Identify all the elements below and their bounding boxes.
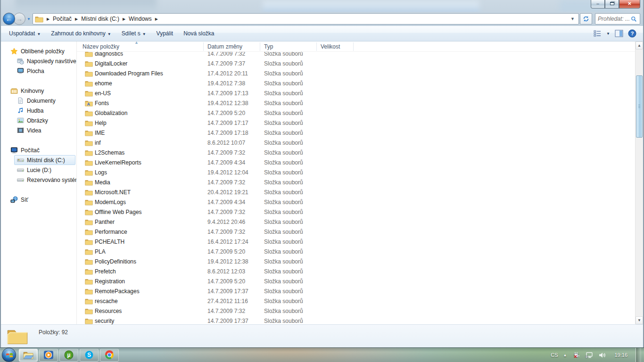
- table-row[interactable]: Globalization14.7.2009 5:20Složka soubor…: [77, 108, 635, 118]
- table-row[interactable]: ModemLogs14.7.2009 4:34Složka souborů: [77, 197, 635, 207]
- search-box[interactable]: [595, 13, 640, 25]
- column-header-1[interactable]: Datum změny: [204, 41, 260, 52]
- table-row[interactable]: PolicyDefinitions19.4.2012 12:38Složka s…: [77, 256, 635, 266]
- folder-icon: [85, 179, 93, 186]
- column-header-2[interactable]: Typ: [260, 41, 317, 52]
- table-row[interactable]: L2Schemas14.7.2009 7:32Složka souborů: [77, 148, 635, 157]
- show-hidden-icons-button[interactable]: ▲: [563, 353, 567, 357]
- recent-pages-dropdown[interactable]: ▼: [27, 17, 31, 21]
- table-row[interactable]: ehome19.4.2012 7:38Složka souborů: [77, 78, 635, 88]
- help-button[interactable]: ?: [628, 29, 636, 38]
- change-view-button[interactable]: [594, 30, 602, 37]
- table-row[interactable]: RemotePackages14.7.2009 17:37Složka soub…: [77, 286, 635, 296]
- table-row[interactable]: Prefetch8.6.2012 12:03Složka souborů: [77, 266, 635, 276]
- sidebar-item[interactable]: Naposledy navštívené: [1, 56, 76, 66]
- sidebar-item[interactable]: Hudba: [1, 106, 76, 115]
- address-dropdown-icon[interactable]: ▼: [569, 16, 577, 21]
- table-row[interactable]: AFonts19.4.2012 12:38Složka souborů: [77, 98, 635, 108]
- restore-button[interactable]: [605, 0, 619, 8]
- svg-text:✕: ✕: [574, 354, 578, 359]
- sidebar-item[interactable]: Dokumenty: [1, 96, 76, 106]
- refresh-button[interactable]: [580, 13, 592, 25]
- scroll-up-button[interactable]: ▲: [636, 41, 643, 49]
- sidebar-item-label: Obrázky: [27, 117, 48, 124]
- minimize-button[interactable]: –: [591, 0, 605, 8]
- sidebar-item[interactable]: Počítač: [1, 145, 76, 155]
- table-row[interactable]: inf8.6.2012 10:07Složka souborů: [77, 138, 635, 148]
- toolbar-item-3[interactable]: Vypálit: [151, 28, 179, 39]
- sidebar-item[interactable]: Knihovny: [1, 86, 76, 96]
- sidebar-item[interactable]: Obrázky: [1, 115, 76, 125]
- breadcrumb-segment[interactable]: Místní disk (C:): [81, 16, 119, 22]
- scrollbar-thumb[interactable]: [636, 75, 643, 138]
- table-row[interactable]: diagnostics14.7.2009 7:32Složka souborů: [77, 52, 635, 58]
- back-button[interactable]: ←: [3, 13, 15, 25]
- scroll-down-button[interactable]: ▼: [636, 316, 643, 324]
- toolbar-item-0[interactable]: Uspořádat▼: [4, 28, 46, 39]
- breadcrumb-segment[interactable]: Windows: [129, 16, 152, 22]
- table-row[interactable]: LiveKernelReports14.7.2009 4:34Složka so…: [77, 157, 635, 167]
- desktop-icon: [17, 67, 24, 74]
- breadcrumb-separator-icon[interactable]: ▶: [75, 17, 78, 21]
- taskbar-button-windows-explorer[interactable]: [19, 349, 38, 362]
- breadcrumb-separator-icon[interactable]: ▶: [47, 17, 50, 21]
- table-row[interactable]: Downloaded Program Files17.4.2012 20:11S…: [77, 68, 635, 78]
- address-bar[interactable]: ▶Počítač▶Místní disk (C:)▶Windows▶ ▼: [33, 13, 579, 25]
- table-row[interactable]: Logs19.4.2012 12:04Složka souborů: [77, 167, 635, 177]
- taskbar-button-google-chrome[interactable]: [100, 349, 119, 362]
- table-row[interactable]: security14.7.2009 17:37Složka souborů: [77, 316, 635, 324]
- language-indicator[interactable]: CS: [551, 352, 558, 358]
- table-row[interactable]: Panther9.4.2012 20:46Složka souborů: [77, 217, 635, 227]
- sidebar-item[interactable]: Plocha: [1, 66, 76, 76]
- table-row[interactable]: Microsoft.NET20.4.2012 19:21Složka soubo…: [77, 187, 635, 197]
- table-row[interactable]: Resources14.7.2009 7:32Složka souborů: [77, 306, 635, 316]
- toolbar-item-4[interactable]: Nová složka: [178, 28, 219, 39]
- date-modified-cell: 14.7.2009 17:18: [204, 130, 260, 136]
- breadcrumb-separator-icon[interactable]: ▶: [123, 17, 125, 21]
- sidebar-item-label: Rezervováno systémem: [27, 177, 77, 183]
- sidebar-item[interactable]: Videa: [1, 125, 76, 135]
- column-header-0[interactable]: Název položky: [77, 41, 204, 52]
- sidebar-item[interactable]: Lucie (D:): [1, 165, 76, 175]
- breadcrumb-segment[interactable]: Počítač: [53, 16, 72, 22]
- show-desktop-button[interactable]: [636, 348, 641, 362]
- file-list-pane: ▲ Název položkyDatum změnyTypVelikost di…: [77, 41, 643, 324]
- taskbar-clock[interactable]: 19:16: [614, 352, 627, 358]
- taskbar-button-skype[interactable]: S: [80, 349, 99, 362]
- sidebar-item[interactable]: Síť: [1, 195, 76, 205]
- table-row[interactable]: Registration14.7.2009 5:20Složka souborů: [77, 276, 635, 286]
- table-row[interactable]: Help14.7.2009 17:17Složka souborů: [77, 118, 635, 128]
- window-titlebar[interactable]: [1, 0, 643, 12]
- start-button[interactable]: [2, 348, 16, 362]
- table-row[interactable]: en-US14.7.2009 17:13Složka souborů: [77, 88, 635, 98]
- sidebar-item[interactable]: Oblíbené položky: [1, 46, 76, 56]
- breadcrumb-separator-icon[interactable]: ▶: [155, 17, 158, 21]
- search-input[interactable]: [598, 16, 631, 22]
- table-row[interactable]: PCHEALTH16.4.2012 17:24Složka souborů: [77, 237, 635, 247]
- table-row[interactable]: rescache27.4.2012 11:16Složka souborů: [77, 296, 635, 306]
- table-row[interactable]: Media14.7.2009 7:32Složka souborů: [77, 177, 635, 187]
- network-status-icon[interactable]: [585, 352, 593, 359]
- sidebar-item[interactable]: Rezervováno systémem: [1, 175, 76, 185]
- toolbar-item-2[interactable]: Sdílet s▼: [116, 28, 151, 39]
- taskbar-button-utorrent[interactable]: µ: [59, 349, 78, 362]
- power-status-icon[interactable]: ✕: [572, 352, 580, 359]
- column-headers: Název položkyDatum změnyTypVelikost: [77, 41, 635, 52]
- volume-icon[interactable]: [598, 352, 606, 359]
- change-view-dropdown-icon[interactable]: ▼: [606, 32, 610, 36]
- close-button[interactable]: ✕: [619, 0, 640, 8]
- preview-pane-button[interactable]: [615, 30, 623, 37]
- table-row[interactable]: PLA14.7.2009 5:20Složka souborů: [77, 247, 635, 256]
- taskbar-button-windows-media-player[interactable]: [39, 349, 58, 362]
- table-row[interactable]: DigitalLocker14.7.2009 7:37Složka soubor…: [77, 58, 635, 68]
- file-name-cell: Globalization: [77, 110, 204, 116]
- search-icon[interactable]: [631, 16, 637, 22]
- file-name: Help: [95, 120, 107, 126]
- vertical-scrollbar[interactable]: ▲ ▼: [635, 41, 643, 324]
- column-header-3[interactable]: Velikost: [317, 41, 354, 52]
- toolbar-item-1[interactable]: Zahrnout do knihovny▼: [46, 28, 116, 39]
- sidebar-item[interactable]: Místní disk (C:): [14, 155, 75, 165]
- table-row[interactable]: IME14.7.2009 17:18Složka souborů: [77, 128, 635, 138]
- table-row[interactable]: Performance14.7.2009 7:32Složka souborů: [77, 227, 635, 237]
- table-row[interactable]: Offline Web Pages14.7.2009 7:32Složka so…: [77, 207, 635, 217]
